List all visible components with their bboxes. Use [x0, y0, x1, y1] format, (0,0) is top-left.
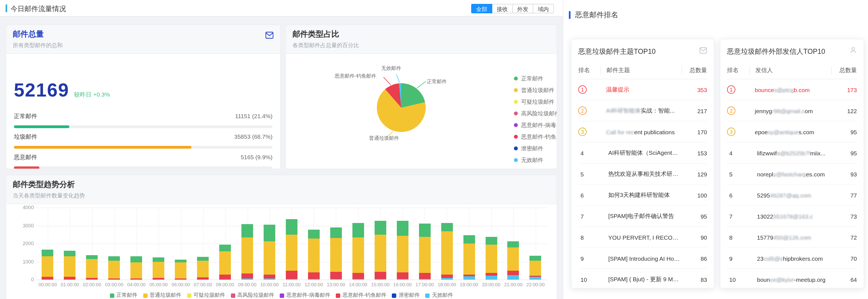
legend-item[interactable]: 恶意邮件-钓鱼邮件 — [336, 292, 386, 299]
visible-text: 温馨提示 — [606, 86, 629, 92]
bar-segment — [108, 256, 120, 261]
legend-label: 普通垃圾邮件 — [521, 86, 554, 94]
table-row[interactable]: 9[SPAM] Introducing AI Horizons86 — [578, 248, 707, 269]
redacted-text: r99@gmail.c — [772, 107, 805, 114]
rank-cell: 2 — [727, 106, 749, 115]
table-row[interactable]: 4AI科研智能体（SciAgent）实战：如何构建...153 — [578, 142, 707, 164]
legend-item[interactable]: 普通垃圾邮件 — [514, 84, 557, 96]
legend-dot — [514, 158, 518, 162]
sender-cell: bounce@kyivr-meetup.org — [751, 276, 831, 283]
table-row[interactable]: 6如何3天构建科研智能体100 — [578, 185, 707, 206]
pie-label-invalid: 无效邮件 — [381, 65, 401, 72]
sender-cell: noreply@fastcharges.com — [751, 171, 831, 177]
count-cell: 64 — [831, 276, 857, 283]
bar-segment — [241, 238, 253, 273]
table-row[interactable]: 1bounces@ptcgb.com173 — [727, 79, 857, 100]
table-row[interactable]: 713022551678@163.c73 — [727, 206, 857, 227]
senders-card-header: 恶意垃圾邮件外部发信人TOP10 — [720, 39, 864, 62]
visible-text: 热忱欢迎从事相关技术研究的各专业技术人... — [608, 170, 682, 177]
bar-segment — [197, 257, 209, 260]
x-axis-tick: 12:00:00 — [305, 282, 323, 287]
mail-type-progress-list: 正常邮件11151 (21.4%)垃圾邮件35853 (68.7%)恶意邮件51… — [14, 112, 273, 169]
bar-segment — [485, 237, 497, 245]
visible-text: b.com — [794, 86, 809, 93]
filter-button-4[interactable]: 域内 — [533, 4, 554, 13]
section-header: 今日邮件流量情况 全部接收外发域内 — [0, 0, 563, 16]
legend-item[interactable]: 无效邮件 — [514, 154, 557, 166]
table-row[interactable]: 3Call for recent publications170 — [578, 122, 707, 142]
bar-segment — [463, 276, 475, 279]
count-cell: 70 — [831, 255, 857, 262]
table-header-row: 排名邮件主题总数量 — [578, 62, 707, 79]
trend-card-title: 邮件类型趋势分析 — [13, 180, 550, 190]
legend-item[interactable]: 恶意邮件-病毒邮件 — [514, 119, 557, 131]
table-row[interactable]: 2jennygr99@gmail.com122 — [727, 100, 857, 122]
rank-cell: 6 — [578, 192, 603, 198]
visible-text: norepl — [757, 171, 773, 177]
table-row[interactable]: 6529546287@qq.com77 — [727, 185, 857, 206]
legend-item[interactable]: 泄密邮件 — [392, 292, 420, 299]
legend-item[interactable]: 正常邮件 — [514, 73, 557, 84]
x-axis-tick: 04:00:00 — [127, 282, 146, 287]
legend-item[interactable]: 可疑垃圾邮件 — [514, 96, 557, 108]
bar-chart-legend: 正常邮件普通垃圾邮件可疑垃圾邮件高风险垃圾邮件恶意邮件-病毒邮件恶意邮件-钓鱼邮… — [6, 292, 557, 299]
table-row[interactable]: 8YOU PERVERT, I RECORDED YOU!90 — [578, 227, 707, 248]
count-cell: 77 — [831, 192, 857, 198]
table-row[interactable]: 5热忱欢迎从事相关技术研究的各专业技术人...129 — [578, 164, 707, 185]
legend-item[interactable]: 恶意邮件-病毒邮件 — [280, 292, 330, 299]
table-row[interactable]: 923col5@shipbrokers.com70 — [727, 248, 857, 269]
mail-type-progress-row: 垃圾邮件35853 (68.7%) — [14, 133, 273, 154]
x-axis-tick: 06:00:00 — [172, 282, 190, 287]
pie-legend: 正常邮件普通垃圾邮件可疑垃圾邮件高风险垃圾邮件恶意邮件-病毒邮件恶意邮件-钓鱼邮… — [514, 73, 557, 166]
rank-badge: 2 — [727, 106, 735, 115]
x-axis-tick: 18:00:00 — [438, 282, 456, 287]
x-axis-tick: 22:00:00 — [526, 282, 545, 287]
legend-item[interactable]: 高风险垃圾邮件 — [230, 292, 274, 299]
bar-segment — [485, 245, 497, 273]
legend-item[interactable]: 无效邮件 — [425, 292, 453, 299]
filter-button-3[interactable]: 外发 — [513, 4, 533, 13]
table-row[interactable]: 3epoexy@antiques.com95 — [727, 122, 857, 142]
filter-button-1[interactable]: 全部 — [471, 4, 492, 13]
legend-item[interactable]: 恶意邮件-钓鱼邮件 — [514, 131, 557, 142]
stacked-bar — [463, 235, 475, 279]
legend-item[interactable]: 普通垃圾邮件 — [143, 292, 181, 299]
progress-track — [14, 166, 273, 169]
legend-item[interactable]: 高风险垃圾邮件 — [514, 108, 557, 119]
redacted-text: xy@antique — [768, 128, 799, 135]
bar-segment — [108, 260, 120, 278]
filter-button-2[interactable]: 接收 — [492, 4, 513, 13]
pie-label-common-spam: 普通垃圾邮件 — [369, 135, 399, 142]
table-row[interactable]: 4lifizwwife@b2525b7fmiix...95 — [727, 142, 857, 164]
progress-value: 5165 (9.9%) — [241, 154, 273, 161]
table-row[interactable]: 10[SPAM] ( Bjut) - 更新 9 Mar 2026.83 — [578, 269, 707, 290]
table-row[interactable]: 815779450@126.com72 — [727, 227, 857, 248]
x-axis-tick: 19:00:00 — [460, 282, 478, 287]
rank-cell: 7 — [727, 213, 751, 220]
bar-segment — [441, 274, 453, 278]
legend-item[interactable]: 可疑垃圾邮件 — [187, 292, 225, 299]
table-row[interactable]: 10bounce@kyivr-meetup.org64 — [727, 269, 857, 290]
table-row[interactable]: 7[SPAM]电子邮件确认警告95 — [578, 206, 707, 227]
table-row[interactable]: 5noreply@fastcharges.com93 — [727, 164, 857, 185]
page-title: 今日邮件流量情况 — [10, 4, 66, 14]
legend-item[interactable]: 泄密邮件 — [514, 142, 557, 154]
bar-segment — [153, 257, 164, 262]
column-header-rank: 排名 — [578, 67, 600, 74]
sender-cell: 23col5@shipbrokers.com — [751, 255, 831, 262]
stacked-bar — [42, 250, 54, 279]
x-axis-tick: 10:00:00 — [260, 282, 279, 287]
visible-text: 5295 — [757, 192, 770, 198]
count-cell: 153 — [682, 150, 707, 156]
legend-item[interactable]: 正常邮件 — [110, 292, 137, 299]
bar-segment — [197, 278, 209, 279]
y-axis-tick: 2000 — [10, 241, 34, 246]
legend-swatch — [110, 293, 114, 298]
table-row[interactable]: 2AI科研智能体实战：智能...217 — [578, 100, 707, 122]
rank-cell: 9 — [727, 255, 751, 262]
trend-card-subtitle: 当天各类型邮件数量变化趋势 — [13, 192, 550, 200]
table-row[interactable]: 1温馨提示353 — [578, 79, 707, 100]
bar-segment — [308, 272, 320, 279]
legend-label: 高风险垃圾邮件 — [237, 292, 274, 299]
stacked-bar — [219, 244, 231, 279]
